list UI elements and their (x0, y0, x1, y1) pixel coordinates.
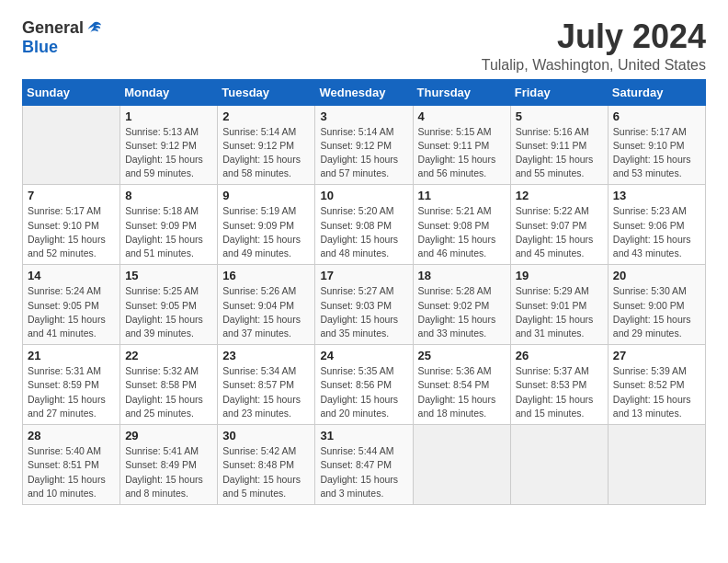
calendar-cell: 27Sunrise: 5:39 AMSunset: 8:52 PMDayligh… (608, 345, 705, 425)
day-detail: Sunrise: 5:21 AMSunset: 9:08 PMDaylight:… (418, 204, 506, 260)
day-number: 1 (125, 109, 212, 123)
day-detail: Sunrise: 5:34 AMSunset: 8:57 PMDaylight:… (222, 364, 310, 420)
weekday-header-monday: Monday (120, 79, 218, 105)
header-area: General Blue July 2024 Tulalip, Washingt… (22, 18, 706, 74)
day-number: 29 (125, 429, 212, 442)
day-detail: Sunrise: 5:15 AMSunset: 9:11 PMDaylight:… (418, 125, 506, 181)
day-number: 20 (613, 269, 700, 282)
calendar-table: SundayMondayTuesdayWednesdayThursdayFrid… (22, 79, 706, 505)
day-number: 17 (320, 269, 407, 282)
day-number: 30 (222, 429, 310, 442)
title-area: July 2024 Tulalip, Washington, United St… (482, 18, 706, 74)
calendar-cell: 6Sunrise: 5:17 AMSunset: 9:10 PMDaylight… (608, 105, 705, 185)
day-number: 25 (418, 349, 506, 362)
day-detail: Sunrise: 5:37 AMSunset: 8:53 PMDaylight:… (516, 364, 603, 420)
day-detail: Sunrise: 5:44 AMSunset: 8:47 PMDaylight:… (320, 444, 407, 500)
day-detail: Sunrise: 5:28 AMSunset: 9:02 PMDaylight:… (418, 284, 506, 340)
day-number: 6 (613, 109, 700, 123)
day-number: 4 (418, 109, 506, 123)
calendar-cell: 5Sunrise: 5:16 AMSunset: 9:11 PMDaylight… (510, 105, 608, 185)
day-number: 14 (28, 269, 115, 282)
day-detail: Sunrise: 5:14 AMSunset: 9:12 PMDaylight:… (320, 125, 407, 181)
calendar-cell (413, 425, 510, 505)
day-number: 7 (28, 189, 115, 202)
calendar-cell (510, 425, 608, 505)
calendar-cell (608, 425, 705, 505)
day-number: 9 (222, 189, 310, 202)
calendar-cell: 22Sunrise: 5:32 AMSunset: 8:58 PMDayligh… (120, 345, 218, 425)
day-detail: Sunrise: 5:16 AMSunset: 9:11 PMDaylight:… (516, 125, 603, 181)
day-detail: Sunrise: 5:36 AMSunset: 8:54 PMDaylight:… (418, 364, 506, 420)
day-number: 3 (320, 109, 407, 123)
day-number: 11 (418, 189, 506, 202)
calendar-cell: 3Sunrise: 5:14 AMSunset: 9:12 PMDaylight… (315, 105, 413, 185)
logo-blue-text: Blue (22, 38, 58, 57)
calendar-cell: 1Sunrise: 5:13 AMSunset: 9:12 PMDaylight… (120, 105, 218, 185)
calendar-cell: 12Sunrise: 5:22 AMSunset: 9:07 PMDayligh… (510, 185, 608, 265)
calendar-cell: 20Sunrise: 5:30 AMSunset: 9:00 PMDayligh… (608, 265, 705, 345)
day-number: 15 (125, 269, 212, 282)
day-detail: Sunrise: 5:31 AMSunset: 8:59 PMDaylight:… (28, 364, 115, 420)
day-detail: Sunrise: 5:26 AMSunset: 9:04 PMDaylight:… (222, 284, 310, 340)
calendar-week-1: 1Sunrise: 5:13 AMSunset: 9:12 PMDaylight… (23, 105, 706, 185)
day-number: 24 (320, 349, 407, 362)
day-number: 2 (222, 109, 310, 123)
calendar-cell (23, 105, 120, 185)
day-detail: Sunrise: 5:24 AMSunset: 9:05 PMDaylight:… (28, 284, 115, 340)
day-detail: Sunrise: 5:27 AMSunset: 9:03 PMDaylight:… (320, 284, 407, 340)
weekday-header-row: SundayMondayTuesdayWednesdayThursdayFrid… (23, 79, 706, 105)
weekday-header-friday: Friday (510, 79, 608, 105)
weekday-header-wednesday: Wednesday (315, 79, 413, 105)
day-detail: Sunrise: 5:17 AMSunset: 9:10 PMDaylight:… (613, 125, 700, 181)
day-number: 8 (125, 189, 212, 202)
day-number: 16 (222, 269, 310, 282)
weekday-header-thursday: Thursday (413, 79, 510, 105)
day-detail: Sunrise: 5:22 AMSunset: 9:07 PMDaylight:… (516, 204, 603, 260)
calendar-cell: 25Sunrise: 5:36 AMSunset: 8:54 PMDayligh… (413, 345, 510, 425)
day-detail: Sunrise: 5:40 AMSunset: 8:51 PMDaylight:… (28, 444, 115, 500)
calendar-cell: 9Sunrise: 5:19 AMSunset: 9:09 PMDaylight… (218, 185, 315, 265)
location-title: Tulalip, Washington, United States (482, 57, 706, 74)
day-number: 23 (222, 349, 310, 362)
day-detail: Sunrise: 5:18 AMSunset: 9:09 PMDaylight:… (125, 204, 212, 260)
day-number: 12 (516, 189, 603, 202)
day-number: 10 (320, 189, 407, 202)
day-detail: Sunrise: 5:20 AMSunset: 9:08 PMDaylight:… (320, 204, 407, 260)
day-detail: Sunrise: 5:14 AMSunset: 9:12 PMDaylight:… (222, 125, 310, 181)
calendar-cell: 11Sunrise: 5:21 AMSunset: 9:08 PMDayligh… (413, 185, 510, 265)
calendar-cell: 23Sunrise: 5:34 AMSunset: 8:57 PMDayligh… (218, 345, 315, 425)
day-detail: Sunrise: 5:17 AMSunset: 9:10 PMDaylight:… (28, 204, 115, 260)
calendar-cell: 26Sunrise: 5:37 AMSunset: 8:53 PMDayligh… (510, 345, 608, 425)
calendar-cell: 4Sunrise: 5:15 AMSunset: 9:11 PMDaylight… (413, 105, 510, 185)
day-number: 13 (613, 189, 700, 202)
day-number: 27 (613, 349, 700, 362)
calendar-cell: 10Sunrise: 5:20 AMSunset: 9:08 PMDayligh… (315, 185, 413, 265)
day-number: 19 (516, 269, 603, 282)
calendar-cell: 17Sunrise: 5:27 AMSunset: 9:03 PMDayligh… (315, 265, 413, 345)
logo-general-text: General (22, 18, 84, 38)
logo-bird-icon (85, 20, 102, 37)
weekday-header-tuesday: Tuesday (218, 79, 315, 105)
calendar-week-3: 14Sunrise: 5:24 AMSunset: 9:05 PMDayligh… (23, 265, 706, 345)
calendar-cell: 15Sunrise: 5:25 AMSunset: 9:05 PMDayligh… (120, 265, 218, 345)
day-detail: Sunrise: 5:29 AMSunset: 9:01 PMDaylight:… (516, 284, 603, 340)
calendar-cell: 24Sunrise: 5:35 AMSunset: 8:56 PMDayligh… (315, 345, 413, 425)
calendar-cell: 31Sunrise: 5:44 AMSunset: 8:47 PMDayligh… (315, 425, 413, 505)
calendar-cell: 13Sunrise: 5:23 AMSunset: 9:06 PMDayligh… (608, 185, 705, 265)
calendar-cell: 2Sunrise: 5:14 AMSunset: 9:12 PMDaylight… (218, 105, 315, 185)
day-detail: Sunrise: 5:42 AMSunset: 8:48 PMDaylight:… (222, 444, 310, 500)
calendar-cell: 19Sunrise: 5:29 AMSunset: 9:01 PMDayligh… (510, 265, 608, 345)
calendar-cell: 21Sunrise: 5:31 AMSunset: 8:59 PMDayligh… (23, 345, 120, 425)
day-detail: Sunrise: 5:30 AMSunset: 9:00 PMDaylight:… (613, 284, 700, 340)
day-number: 21 (28, 349, 115, 362)
calendar-cell: 29Sunrise: 5:41 AMSunset: 8:49 PMDayligh… (120, 425, 218, 505)
day-detail: Sunrise: 5:23 AMSunset: 9:06 PMDaylight:… (613, 204, 700, 260)
calendar-week-5: 28Sunrise: 5:40 AMSunset: 8:51 PMDayligh… (23, 425, 706, 505)
day-number: 31 (320, 429, 407, 442)
day-detail: Sunrise: 5:25 AMSunset: 9:05 PMDaylight:… (125, 284, 212, 340)
day-number: 18 (418, 269, 506, 282)
day-number: 5 (516, 109, 603, 123)
calendar-cell: 28Sunrise: 5:40 AMSunset: 8:51 PMDayligh… (23, 425, 120, 505)
calendar-cell: 18Sunrise: 5:28 AMSunset: 9:02 PMDayligh… (413, 265, 510, 345)
day-number: 28 (28, 429, 115, 442)
